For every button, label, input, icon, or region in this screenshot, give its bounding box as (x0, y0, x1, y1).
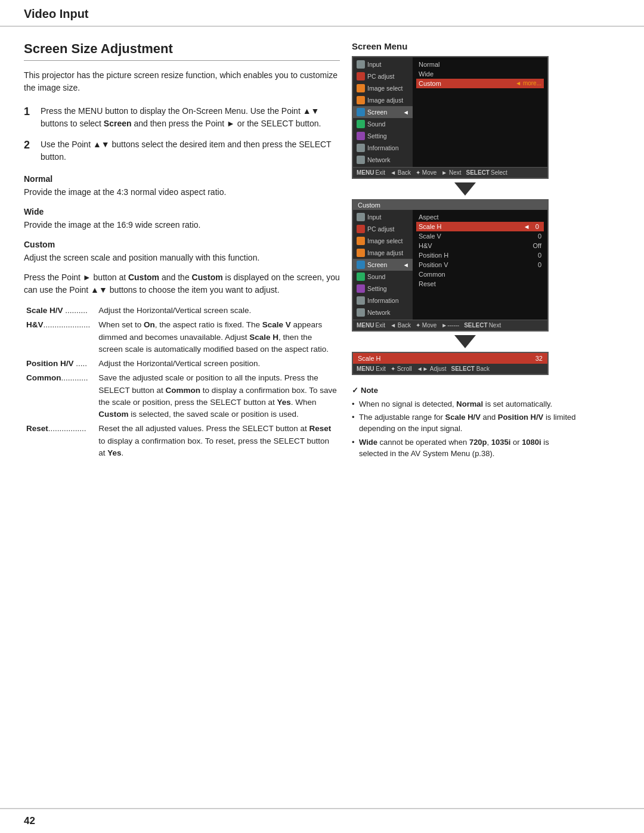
status2-menu-exit: MENU Exit (357, 322, 385, 329)
osd-item-input: Input (353, 58, 413, 70)
osd2-position-v: Position V 0 (416, 260, 544, 270)
osd-item-pcadjust: PC adjust (353, 70, 413, 82)
def-term-reset: Reset................. (24, 422, 96, 460)
osd2-title-bar: Custom (353, 200, 547, 210)
down-arrow-icon-1 (454, 182, 476, 196)
osd-wide: Wide (416, 69, 544, 79)
down-arrow-icon-2 (454, 335, 476, 348)
def-term-position: Position H/V ..... (24, 357, 96, 371)
osd-pcadjust-label: PC adjust (367, 73, 395, 80)
note-list: When no signal is detected, Normal is se… (352, 399, 578, 460)
footer-bar: 42 (0, 808, 644, 833)
def-term-common: Common............ (24, 371, 96, 422)
osd2-item-imageselect: Image select (353, 235, 413, 247)
osd2-common: Common (416, 270, 544, 279)
scale-status-scroll: ✦ Scroll (391, 366, 412, 372)
note-item-3: Wide cannot be operated when 720p, 1035i… (352, 437, 578, 460)
osd2-item-pcadjust: PC adjust (353, 223, 413, 235)
osd-left-menu-1: Input PC adjust Image select Image adjus… (353, 57, 413, 167)
step-1-text: Press the MENU button to display the On-… (41, 105, 340, 130)
status-menu-exit: MENU Exit (357, 169, 385, 176)
osd2-item-sound: Sound (353, 271, 413, 283)
imageadjust-icon (357, 96, 365, 104)
osd2-setting-icon (357, 284, 365, 293)
custom-desc1: Adjust the screen scale and position man… (24, 252, 340, 264)
pcadjust-icon (357, 72, 365, 80)
osd-input-label: Input (367, 61, 381, 68)
osd-statusbar-1: MENU Exit ◄ Back ✦ Move ► Next SELECT Se… (353, 167, 547, 178)
note-item-2: The adjustable range for Scale H/V and P… (352, 412, 578, 435)
scale-h-value: 32 (535, 355, 543, 362)
wide-desc: Provide the image at the 16:9 wide scree… (24, 219, 340, 231)
osd2-item-setting: Setting (353, 283, 413, 295)
status-next: ► Next (441, 169, 461, 176)
osd-scale-statusbar: MENU Exit ✦ Scroll ◄► Adjust SELECT Back (353, 364, 547, 374)
osd2-aspect: Aspect (416, 212, 544, 222)
osd-box-1: Input PC adjust Image select Image adjus… (352, 56, 549, 179)
information-icon (357, 144, 365, 152)
status2-back: ◄ Back (390, 322, 411, 329)
right-column: Screen Menu Input PC adjust Image select (352, 41, 578, 462)
scale-status-back: SELECT Back (451, 366, 490, 372)
screen-arrow-icon: ◄ (403, 109, 409, 116)
definition-table: Scale H/V .......... Adjust the Horizont… (24, 304, 340, 460)
page-number: 42 (24, 815, 35, 826)
scale-h-label: Scale H (358, 355, 381, 362)
osd-sidebar-2: Input PC adjust Image select Image adjus… (353, 210, 547, 320)
scale-status-exit: MENU Exit (357, 366, 386, 372)
status-back: ◄ Back (390, 169, 411, 176)
osd2-item-input: Input (353, 211, 413, 223)
osd-screen-label: Screen (367, 109, 387, 116)
osd2-input-icon (357, 213, 365, 221)
step-1: 1 Press the MENU button to display the O… (24, 105, 340, 130)
osd-box-2: Custom Input PC adjust Image select (352, 199, 549, 332)
step-1-num: 1 (24, 104, 35, 130)
network-icon (357, 156, 365, 164)
intro-text: This projector has the picture screen re… (24, 69, 340, 94)
left-column: Screen Size Adjustment This projector ha… (24, 41, 340, 462)
def-desc-position: Adjust the Horizontal/Vertical screen po… (96, 357, 340, 371)
osd-sidebar-1: Input PC adjust Image select Image adjus… (353, 57, 547, 167)
osd-item-setting: Setting (353, 130, 413, 142)
osd-item-imageselect: Image select (353, 82, 413, 94)
def-desc-scale: Adjust the Horizontal/Vertical screen sc… (96, 304, 340, 318)
osd2-scale-v: Scale V 0 (416, 231, 544, 241)
osd2-position-h: Position H 0 (416, 250, 544, 260)
osd-right-panel-1: Normal Wide Custom ◄ more... (413, 57, 547, 167)
header-bar: Video Input (0, 0, 644, 27)
def-desc-hv: When set to On, the aspect ratio is fixe… (96, 318, 340, 357)
def-row-common: Common............ Save the adjusted sca… (24, 371, 340, 422)
osd-item-imageadjust: Image adjust (353, 94, 413, 106)
note-check-icon: ✓ (352, 385, 358, 397)
def-row-scale: Scale H/V .......... Adjust the Horizont… (24, 304, 340, 318)
status-move: ✦ Move (416, 169, 436, 176)
osd-statusbar-2: MENU Exit ◄ Back ✦ Move ►------ SELECT N… (353, 320, 547, 330)
def-desc-common: Save the adjusted scale or position to a… (96, 371, 340, 422)
def-term-scale: Scale H/V .......... (24, 304, 96, 318)
step-2: 2 Use the Point ▲▼ buttons select the de… (24, 138, 340, 163)
osd-more-icon: ◄ more... (515, 80, 541, 87)
osd-item-information: Information (353, 142, 413, 154)
osd-imageadjust-label: Image adjust (367, 97, 403, 104)
step-2-text: Use the Point ▲▼ buttons select the desi… (41, 138, 340, 163)
osd2-information-icon (357, 296, 365, 305)
status2-move: ✦ Move (416, 322, 436, 329)
screen-menu-label: Screen Menu (352, 41, 578, 51)
sound-icon (357, 120, 365, 128)
osd2-screen-icon (357, 261, 365, 269)
osd2-item-imageadjust: Image adjust (353, 247, 413, 259)
osd2-scale-h: Scale H ◄ 0 (416, 222, 544, 231)
osd-right-panel-2: Aspect Scale H ◄ 0 Scale V 0 H&V Off (413, 210, 547, 320)
section-title: Screen Size Adjustment (24, 41, 340, 61)
osd-sound-label: Sound (367, 120, 385, 128)
osd-information-label: Information (367, 144, 399, 151)
osd2-item-information: Information (353, 295, 413, 306)
header-title: Video Input (24, 7, 89, 20)
def-desc-reset: Reset the all adjusted values. Press the… (96, 422, 340, 460)
osd2-pcadjust-icon (357, 225, 365, 233)
def-term-hv: H&V..................... (24, 318, 96, 357)
note-title-text: Note (361, 385, 378, 397)
osd2-item-screen: Screen ◄ (353, 259, 413, 271)
osd2-hv: H&V Off (416, 241, 544, 250)
osd-network-label: Network (367, 156, 391, 163)
